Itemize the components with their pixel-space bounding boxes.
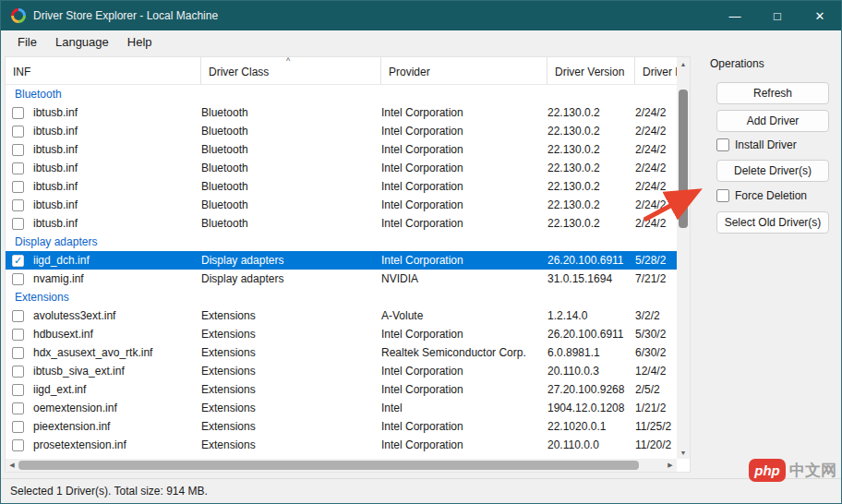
cell-date: 2/24/2 bbox=[635, 217, 679, 230]
row-checkbox[interactable] bbox=[12, 347, 24, 359]
row-checkbox[interactable] bbox=[12, 310, 24, 322]
maximize-button[interactable]: □ bbox=[756, 1, 799, 30]
vertical-scrollbar[interactable]: ▲ ▼ bbox=[677, 57, 690, 459]
cell-version: 22.130.0.2 bbox=[547, 198, 635, 211]
checkbox-icon[interactable] bbox=[716, 138, 729, 151]
scroll-left-icon[interactable]: ◀ bbox=[6, 459, 18, 472]
row-checkbox[interactable] bbox=[12, 144, 24, 156]
row-checkbox[interactable] bbox=[12, 181, 24, 193]
main-content: INF Driver Class Provider Driver Version… bbox=[1, 54, 841, 478]
cell-inf: oemextension.inf bbox=[33, 402, 201, 414]
table-row[interactable]: ibtusb.infBluetoothIntel Corporation22.1… bbox=[6, 196, 679, 214]
cell-inf: ibtusb.inf bbox=[33, 217, 201, 230]
horizontal-scrollbar-thumb[interactable] bbox=[18, 461, 639, 470]
cell-driver_class: Extensions bbox=[201, 346, 381, 359]
row-checkbox[interactable] bbox=[12, 107, 24, 119]
cell-date: 2/24/2 bbox=[635, 180, 679, 193]
cell-date: 12/4/2 bbox=[635, 365, 679, 378]
horizontal-scrollbar[interactable]: ◀ ▶ bbox=[6, 459, 677, 472]
cell-date: 2/5/2 bbox=[635, 383, 679, 396]
column-header-provider[interactable]: Provider bbox=[381, 57, 547, 84]
table-row[interactable]: ibtusb.infBluetoothIntel Corporation22.1… bbox=[6, 159, 679, 177]
row-checkbox[interactable] bbox=[12, 439, 24, 451]
row-checkbox[interactable] bbox=[12, 126, 24, 138]
group-header[interactable]: Display adapters bbox=[6, 233, 679, 251]
cell-date: 2/24/2 bbox=[635, 143, 679, 156]
scroll-up-icon[interactable]: ▲ bbox=[677, 57, 690, 70]
scroll-down-icon[interactable]: ▼ bbox=[677, 446, 690, 459]
row-checkbox[interactable] bbox=[12, 329, 24, 341]
table-row[interactable]: oemextension.infExtensionsIntel1904.12.0… bbox=[6, 399, 679, 417]
group-label: Bluetooth bbox=[15, 88, 62, 101]
cell-date: 3/2/2 bbox=[635, 309, 679, 322]
row-checkbox[interactable] bbox=[12, 402, 24, 414]
table-row[interactable]: ibtusb.infBluetoothIntel Corporation22.1… bbox=[6, 177, 679, 196]
cell-provider: Intel Corporation bbox=[381, 383, 547, 396]
close-button[interactable]: ✕ bbox=[799, 1, 841, 30]
table-row[interactable]: ibtusb.infBluetoothIntel Corporation22.1… bbox=[6, 122, 679, 140]
table-row[interactable]: ibtusb.infBluetoothIntel Corporation22.1… bbox=[6, 140, 679, 159]
refresh-button[interactable]: Refresh bbox=[716, 82, 829, 104]
cell-version: 31.0.15.1694 bbox=[547, 272, 635, 285]
title-bar[interactable]: Driver Store Explorer - Local Machine — … bbox=[1, 1, 841, 30]
menu-file[interactable]: File bbox=[8, 32, 46, 52]
minimize-button[interactable]: — bbox=[714, 1, 756, 30]
vertical-scrollbar-thumb[interactable] bbox=[679, 90, 688, 228]
group-label: Extensions bbox=[15, 291, 69, 304]
scroll-right-icon[interactable]: ▶ bbox=[664, 459, 677, 472]
table-row[interactable]: hdbusext.infExtensionsIntel Corporation2… bbox=[6, 325, 679, 343]
row-checkbox[interactable] bbox=[12, 218, 24, 230]
watermark-site-text: 中文网 bbox=[789, 460, 836, 481]
cell-provider: Intel Corporation bbox=[381, 217, 547, 230]
add-driver-button[interactable]: Add Driver bbox=[716, 110, 829, 132]
table-row[interactable]: ibtusb.infBluetoothIntel Corporation22.1… bbox=[6, 214, 679, 233]
cell-inf: avolutess3ext.inf bbox=[33, 309, 201, 322]
cell-date: 2/24/2 bbox=[635, 162, 679, 174]
row-checkbox[interactable] bbox=[12, 384, 24, 396]
row-checkbox[interactable] bbox=[12, 421, 24, 433]
column-header-inf[interactable]: INF bbox=[6, 57, 201, 84]
table-row[interactable]: ibtusb.infBluetoothIntel Corporation22.1… bbox=[6, 103, 679, 122]
cell-provider: Intel Corporation bbox=[381, 162, 547, 174]
cell-inf: prosetextension.inf bbox=[33, 438, 201, 451]
row-checkbox[interactable] bbox=[12, 199, 24, 211]
group-header[interactable]: Extensions bbox=[6, 288, 679, 306]
checkbox-icon[interactable] bbox=[716, 189, 729, 202]
select-old-drivers-button[interactable]: Select Old Driver(s) bbox=[716, 211, 829, 234]
menu-language[interactable]: Language bbox=[46, 32, 118, 52]
row-checkbox[interactable] bbox=[12, 273, 24, 285]
table-row[interactable]: ✓iigd_dch.infDisplay adaptersIntel Corpo… bbox=[6, 251, 679, 270]
row-checkbox[interactable]: ✓ bbox=[12, 255, 24, 267]
column-header-driver-class[interactable]: Driver Class bbox=[201, 57, 381, 84]
column-header-driver-date[interactable]: Driver D bbox=[635, 57, 679, 84]
cell-inf: hdbusext.inf bbox=[33, 328, 201, 341]
cell-provider: A-Volute bbox=[381, 309, 547, 322]
app-icon bbox=[11, 8, 26, 23]
table-header: INF Driver Class Provider Driver Version… bbox=[6, 57, 679, 85]
row-checkbox[interactable] bbox=[12, 366, 24, 378]
cell-inf: ibtusb_siva_ext.inf bbox=[33, 365, 201, 378]
table-row[interactable]: avolutess3ext.infExtensionsA-Volute1.2.1… bbox=[6, 306, 679, 325]
app-window: Driver Store Explorer - Local Machine — … bbox=[0, 0, 842, 504]
cell-version: 22.130.0.2 bbox=[547, 106, 635, 119]
window-title: Driver Store Explorer - Local Machine bbox=[33, 9, 714, 22]
cell-version: 22.130.0.2 bbox=[547, 217, 635, 230]
column-header-driver-version[interactable]: Driver Version bbox=[547, 57, 635, 84]
table-row[interactable]: pieextension.infExtensionsIntel Corporat… bbox=[6, 417, 679, 436]
delete-drivers-button[interactable]: Delete Driver(s) bbox=[716, 160, 829, 182]
cell-version: 22.130.0.2 bbox=[547, 125, 635, 138]
cell-driver_class: Extensions bbox=[201, 309, 381, 322]
table-row[interactable]: hdx_asusext_avo_rtk.infExtensionsRealtek… bbox=[6, 343, 679, 362]
cell-provider: Intel Corporation bbox=[381, 365, 547, 378]
install-driver-checkbox[interactable]: Install Driver bbox=[716, 138, 797, 151]
group-header[interactable]: Bluetooth bbox=[6, 85, 679, 103]
menu-help[interactable]: Help bbox=[118, 32, 162, 52]
row-checkbox[interactable] bbox=[12, 162, 24, 174]
force-deletion-checkbox[interactable]: Force Deletion bbox=[716, 189, 807, 202]
table-row[interactable]: prosetextension.infExtensionsIntel Corpo… bbox=[6, 436, 679, 454]
table-row[interactable]: ibtusb_siva_ext.infExtensionsIntel Corpo… bbox=[6, 362, 679, 380]
cell-inf: hdx_asusext_avo_rtk.inf bbox=[33, 346, 201, 359]
cell-inf: ibtusb.inf bbox=[33, 106, 201, 119]
table-row[interactable]: nvamig.infDisplay adaptersNVIDIA31.0.15.… bbox=[6, 270, 679, 288]
table-row[interactable]: iigd_ext.infExtensionsIntel Corporation2… bbox=[6, 380, 679, 399]
